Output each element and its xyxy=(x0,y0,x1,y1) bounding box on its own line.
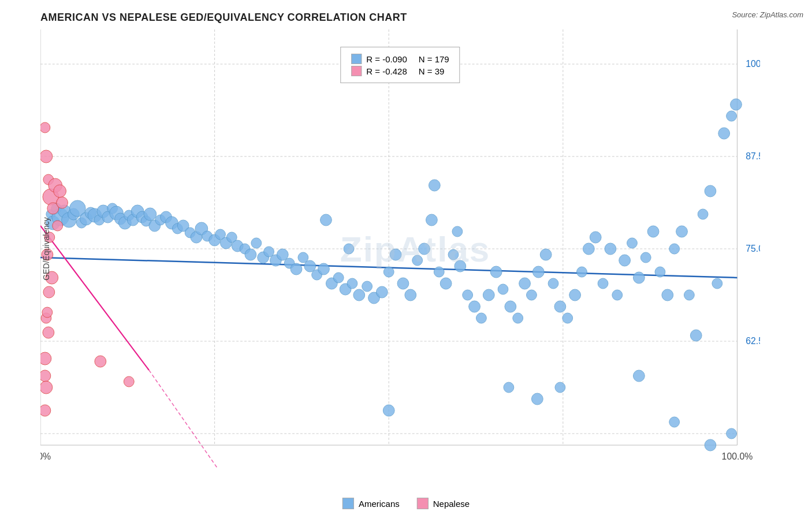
main-chart-svg: 100.0% 87.5% 75.0% 62.5% 0.0% 100.0% xyxy=(40,29,760,468)
svg-point-136 xyxy=(504,382,514,393)
svg-point-99 xyxy=(513,313,523,323)
svg-text:100.0%: 100.0% xyxy=(722,451,753,461)
svg-point-95 xyxy=(483,289,494,301)
svg-point-101 xyxy=(527,290,537,300)
bottom-legend-americans: Americans xyxy=(342,498,400,509)
svg-point-130 xyxy=(731,99,742,110)
svg-point-103 xyxy=(540,249,552,260)
svg-point-128 xyxy=(718,128,730,139)
svg-point-119 xyxy=(655,267,665,277)
svg-point-74 xyxy=(333,273,344,283)
svg-text:75.0%: 75.0% xyxy=(746,244,760,253)
svg-point-138 xyxy=(555,382,565,393)
legend-box-nepalese xyxy=(351,66,362,76)
svg-point-94 xyxy=(476,313,487,323)
svg-point-85 xyxy=(412,255,423,266)
svg-point-162 xyxy=(40,370,51,382)
y-axis-label: GED/Equivalency xyxy=(42,217,51,281)
svg-point-142 xyxy=(727,428,737,439)
svg-point-116 xyxy=(633,272,645,283)
svg-point-149 xyxy=(54,185,66,197)
legend-row-americans: R = -0.090 N = 179 xyxy=(351,54,449,64)
svg-point-127 xyxy=(712,278,722,289)
svg-point-82 xyxy=(390,249,401,260)
svg-point-115 xyxy=(627,238,638,248)
bottom-legend: Americans Nepalese xyxy=(342,498,470,509)
svg-text:0.0%: 0.0% xyxy=(40,451,51,461)
svg-point-125 xyxy=(698,209,708,219)
svg-line-18 xyxy=(40,226,149,370)
svg-point-90 xyxy=(448,249,459,260)
svg-point-121 xyxy=(669,244,680,254)
svg-point-86 xyxy=(419,243,430,255)
legend-r-nepalese: R = -0.428 xyxy=(366,66,407,76)
svg-point-100 xyxy=(519,278,531,289)
svg-point-124 xyxy=(690,330,702,341)
legend-n-nepalese: N = 39 xyxy=(419,66,445,76)
source-label: Source: ZipAtlas.com xyxy=(732,10,803,19)
legend-n-americans: N = 179 xyxy=(419,54,449,64)
svg-point-113 xyxy=(612,290,623,300)
svg-point-105 xyxy=(554,301,566,312)
svg-point-81 xyxy=(383,267,394,277)
bottom-legend-americans-label: Americans xyxy=(359,499,400,509)
svg-point-44 xyxy=(144,208,157,221)
svg-point-80 xyxy=(376,286,388,298)
svg-point-89 xyxy=(440,278,452,289)
svg-point-156 xyxy=(43,327,54,338)
bottom-legend-nepalese-label: Nepalese xyxy=(433,499,470,509)
svg-point-161 xyxy=(40,122,50,133)
svg-point-93 xyxy=(469,301,481,312)
svg-point-78 xyxy=(362,281,373,292)
svg-point-126 xyxy=(705,185,716,197)
legend-americans-box xyxy=(342,498,354,509)
svg-point-92 xyxy=(463,290,473,300)
svg-point-84 xyxy=(405,289,416,301)
svg-point-160 xyxy=(124,376,134,387)
svg-point-143 xyxy=(40,150,53,163)
svg-point-102 xyxy=(532,266,544,278)
svg-point-117 xyxy=(640,252,651,263)
svg-point-104 xyxy=(548,278,558,289)
svg-point-129 xyxy=(727,111,737,121)
svg-point-118 xyxy=(647,226,659,237)
svg-point-97 xyxy=(498,284,508,294)
svg-point-139 xyxy=(633,370,645,382)
svg-point-88 xyxy=(434,267,444,277)
svg-point-150 xyxy=(57,197,68,208)
chart-title: AMERICAN VS NEPALESE GED/EQUIVALENCY COR… xyxy=(40,12,806,24)
chart-container: AMERICAN VS NEPALESE GED/EQUIVALENCY COR… xyxy=(0,0,812,515)
svg-point-72 xyxy=(318,263,330,275)
svg-point-61 xyxy=(245,249,256,260)
svg-point-91 xyxy=(455,260,466,272)
svg-point-123 xyxy=(684,290,694,300)
svg-point-163 xyxy=(40,381,53,394)
svg-point-157 xyxy=(40,352,51,365)
svg-text:62.5%: 62.5% xyxy=(746,336,760,346)
legend-nepalese-box xyxy=(417,498,429,509)
svg-point-158 xyxy=(42,307,53,318)
svg-point-109 xyxy=(583,243,594,255)
svg-point-108 xyxy=(577,267,587,277)
svg-point-68 xyxy=(290,263,302,275)
svg-point-132 xyxy=(344,244,354,254)
svg-point-140 xyxy=(669,417,680,427)
svg-point-133 xyxy=(429,180,440,191)
svg-point-135 xyxy=(383,405,394,416)
svg-point-111 xyxy=(598,278,608,289)
svg-point-137 xyxy=(531,393,543,405)
svg-point-134 xyxy=(452,226,463,237)
chart-area: GED/Equivalency ZipAtlas R = -0.090 N = … xyxy=(40,29,760,468)
svg-text:87.5%: 87.5% xyxy=(746,151,760,161)
bottom-legend-nepalese: Nepalese xyxy=(417,498,470,509)
svg-point-76 xyxy=(347,278,357,289)
svg-point-83 xyxy=(397,278,409,289)
svg-point-148 xyxy=(53,221,63,231)
svg-point-122 xyxy=(676,226,688,237)
svg-point-107 xyxy=(569,289,581,301)
legend-row-nepalese: R = -0.428 N = 39 xyxy=(351,66,449,76)
legend-box-americans xyxy=(351,54,362,64)
svg-point-77 xyxy=(353,289,365,301)
svg-point-159 xyxy=(95,356,106,367)
svg-point-120 xyxy=(662,289,673,301)
